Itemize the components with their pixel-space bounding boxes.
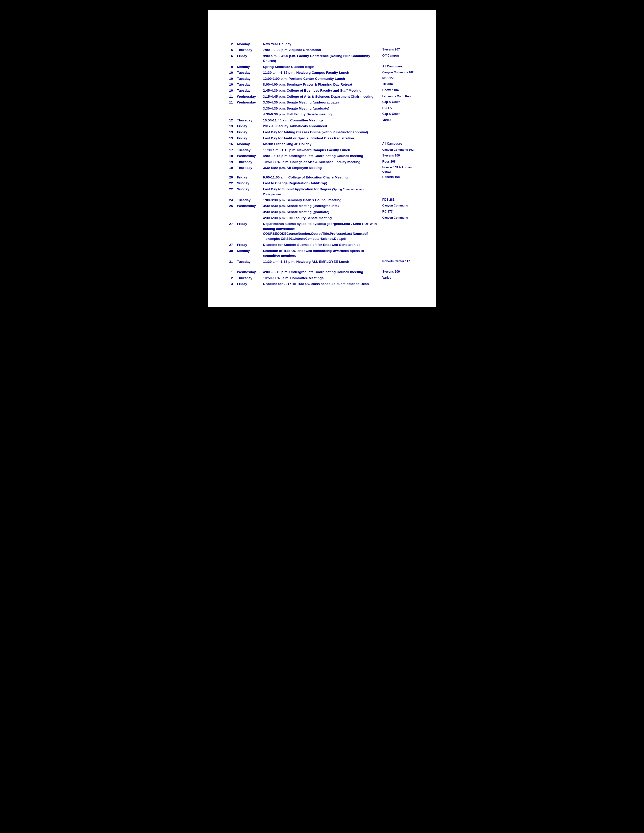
day-number	[226, 209, 235, 215]
event-location	[381, 248, 418, 259]
event-description: Last Day to Submit Application for Degre…	[261, 186, 381, 197]
day-number: 16	[226, 141, 235, 147]
day-number: 18	[226, 153, 235, 159]
event-description: 2017-18 Faculty sabbaticals announced	[261, 123, 381, 129]
table-row: 30MondaySelection of Trad UG endowed sch…	[226, 248, 418, 259]
event-location: Cap & Gown	[381, 100, 418, 106]
event-description: 3:30-4:30 p.m. Senate Meeting (undergrad…	[261, 203, 381, 209]
event-description: Last Day for Adding Classes Online (with…	[261, 129, 381, 135]
page: 2MondayNew Year Holiday5Thursday7:00 – 9…	[208, 10, 436, 307]
event-location: Varies	[381, 117, 418, 124]
day-name: Tuesday	[235, 82, 261, 88]
day-name: Sunday	[235, 180, 261, 186]
day-number: 11	[226, 94, 235, 100]
event-location: Off Campus	[381, 53, 418, 64]
event-description: 4:00 – 5:15 p.m. Undergraduate Coordinat…	[261, 153, 381, 159]
day-name	[235, 111, 261, 117]
table-row: 9MondaySpring Semester Classes BeginAll …	[226, 64, 418, 70]
table-row: 10Tuesday12:00-1:00 p.m. Portland Center…	[226, 76, 418, 82]
event-description: 10:50-11:40 a.m. College of Arts & Scien…	[261, 159, 381, 165]
event-location: Varies	[381, 275, 418, 281]
day-number: 10	[226, 88, 235, 94]
event-location	[381, 135, 418, 142]
day-number: 13	[226, 135, 235, 142]
event-location: Ross 208	[381, 159, 418, 165]
day-name: Friday	[235, 242, 261, 248]
event-location: Canyon Commons	[381, 203, 418, 209]
day-name: Friday	[235, 135, 261, 142]
event-location: Roberts Center 117	[381, 259, 418, 265]
day-name: Thursday	[235, 159, 261, 165]
day-number: 31	[226, 259, 235, 265]
day-name: Monday	[235, 248, 261, 259]
event-location: All Campuses	[381, 64, 418, 70]
event-description: 9:00 a.m. – 4:00 p.m. Faculty Conference…	[261, 53, 381, 64]
day-number: 25	[226, 203, 235, 209]
table-row: 18Wednesday4:00 – 5:15 p.m. Undergraduat…	[226, 153, 418, 159]
event-description: 11:30 a.m.-1:15 p.m. Newberg Campus Facu…	[261, 70, 381, 76]
event-description: 11:30 a.m. -1:15 p.m. Newberg Campus Fac…	[261, 147, 381, 153]
table-row: 4:30-6:30 p.m. Full Faculty Senate meeti…	[226, 215, 418, 221]
event-description: Deadline for 2017-18 Trad UG class sched…	[261, 281, 381, 287]
table-row: 12Thursday10:50-11:40 a.m. Committee Mee…	[226, 117, 418, 124]
day-number: 24	[226, 197, 235, 203]
table-row: 4:30-6:30 p.m. Full Faculty Senate meeti…	[226, 111, 418, 117]
table-row: 19Thursday3:30-5:00 p.m. All Employee Me…	[226, 165, 418, 174]
table-row: 6Friday9:00 a.m. – 4:00 p.m. Faculty Con…	[226, 53, 418, 64]
day-number: 10	[226, 70, 235, 76]
day-name: Wednesday	[235, 265, 261, 275]
event-description: Last Day for Audit or Special Student Cl…	[261, 135, 381, 142]
event-location	[381, 242, 418, 248]
table-row: 22SundayLast to Change Registration (Add…	[226, 180, 418, 186]
event-description: Last to Change Registration (Add/Drop)	[261, 180, 381, 186]
event-description: 9:00-11:00 a.m. College of Education Cha…	[261, 174, 381, 180]
day-number	[226, 111, 235, 117]
event-description: Martin Luther King Jr. Holiday	[261, 141, 381, 147]
event-description: 10:50-11:40 a.m. Committee Meetings	[261, 117, 381, 124]
event-location: All Campuses	[381, 141, 418, 147]
event-location: PDS 281	[381, 197, 418, 203]
table-row: 11Wednesday3:15-4:45 p.m. College of Art…	[226, 94, 418, 100]
day-name: Monday	[235, 141, 261, 147]
table-row: 10Tuesday2:45-4:30 p.m. College of Busin…	[226, 88, 418, 94]
event-location: RC 177	[381, 106, 418, 112]
event-location: Stevens 109	[381, 265, 418, 275]
day-number	[226, 215, 235, 221]
event-description: 8:00-4:00 p.m. Seminary Prayer & Plannin…	[261, 82, 381, 88]
day-name: Thursday	[235, 47, 261, 53]
day-name: Friday	[235, 221, 261, 242]
event-description: 3:30-4:30 p.m. Senate Meeting (graduate)	[261, 209, 381, 215]
event-location: Stevens 207	[381, 47, 418, 53]
day-name: Tuesday	[235, 147, 261, 153]
table-row: 2MondayNew Year Holiday	[226, 41, 418, 47]
event-description: 3:30-5:00 p.m. All Employee Meeting	[261, 165, 381, 174]
event-location: Canyon Commons 102	[381, 147, 418, 153]
event-description: 11:30 a.m.-1:15 p.m. Newberg ALL EMPLOYE…	[261, 259, 381, 265]
table-row: 27FridayDeadline for Student Submission …	[226, 242, 418, 248]
day-number: 3	[226, 281, 235, 287]
table-row: 3:30-4:30 p.m. Senate Meeting (graduate)…	[226, 209, 418, 215]
table-row: 5Thursday7:00 – 9:00 p.m. Adjunct Orient…	[226, 47, 418, 53]
event-description: New Year Holiday	[261, 41, 381, 47]
event-location: Roberts 168	[381, 174, 418, 180]
day-name: Friday	[235, 281, 261, 287]
day-number: 2	[226, 275, 235, 281]
day-name: Tuesday	[235, 259, 261, 265]
day-name: Friday	[235, 123, 261, 129]
event-description: Deadline for Student Submission for Endo…	[261, 242, 381, 248]
day-name: Wednesday	[235, 203, 261, 209]
event-location: PDS 155	[381, 76, 418, 82]
day-number: 11	[226, 100, 235, 106]
header-text	[226, 25, 418, 31]
table-row: 3:30-4:30 p.m. Senate Meeting (graduate)…	[226, 106, 418, 112]
event-location: Canyon Commons 102	[381, 70, 418, 76]
day-name: Monday	[235, 64, 261, 70]
day-number: 10	[226, 82, 235, 88]
day-name: Wednesday	[235, 153, 261, 159]
event-description: 10:50-11:40 a.m. Committee Meetings	[261, 275, 381, 281]
table-row: 10Tuesday8:00-4:00 p.m. Seminary Prayer …	[226, 82, 418, 88]
day-number: 27	[226, 221, 235, 242]
event-location: Cap & Gown	[381, 111, 418, 117]
table-row: 16MondayMartin Luther King Jr. HolidayAl…	[226, 141, 418, 147]
event-description: 3:30-4:30 p.m. Senate Meeting (graduate)	[261, 106, 381, 112]
